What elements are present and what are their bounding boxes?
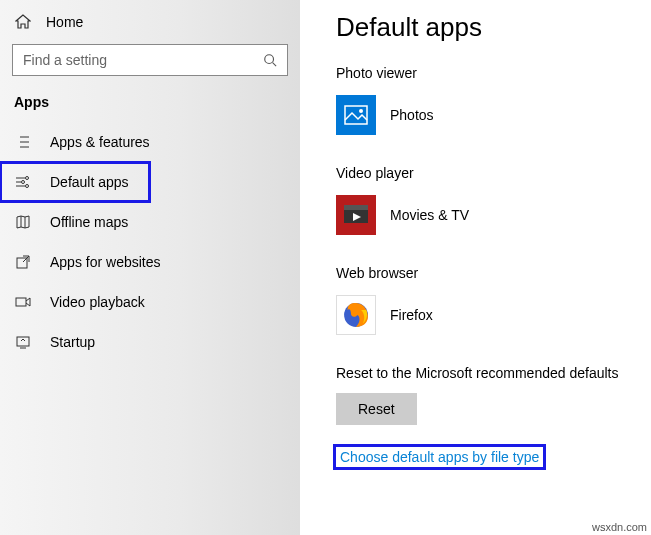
sidebar-item-offline-maps[interactable]: Offline maps [0, 202, 300, 242]
svg-rect-17 [16, 298, 26, 306]
group-video-player: Video player Movies & TV [336, 165, 641, 235]
main-panel: Default apps Photo viewer Photos Video p… [300, 0, 651, 535]
sidebar-item-apps-websites[interactable]: Apps for websites [0, 242, 300, 282]
page-title: Default apps [336, 12, 641, 43]
movies-tv-icon [336, 195, 376, 235]
svg-point-11 [22, 181, 25, 184]
app-tile-movies-tv[interactable]: Movies & TV [336, 195, 641, 235]
svg-point-0 [265, 55, 274, 64]
group-title: Photo viewer [336, 65, 641, 81]
list-icon [14, 134, 32, 150]
svg-point-13 [26, 185, 29, 188]
app-label: Movies & TV [390, 207, 469, 223]
home-icon [14, 14, 32, 30]
svg-rect-20 [336, 95, 376, 135]
nav-list: Apps & features Default apps Offline map… [0, 122, 300, 362]
choose-by-file-type-link[interactable]: Choose default apps by file type [336, 447, 543, 467]
sidebar-item-video-playback[interactable]: Video playback [0, 282, 300, 322]
group-photo-viewer: Photo viewer Photos [336, 65, 641, 135]
sidebar-item-label: Default apps [50, 174, 129, 190]
app-label: Photos [390, 107, 434, 123]
link-row: Choose default apps by file type [336, 447, 641, 467]
watermark: wsxdn.com [592, 521, 647, 533]
defaults-icon [14, 174, 32, 190]
sidebar-item-startup[interactable]: Startup [0, 322, 300, 362]
sidebar-item-label: Video playback [50, 294, 145, 310]
svg-line-1 [273, 63, 277, 67]
video-icon [14, 294, 32, 310]
startup-icon [14, 334, 32, 350]
app-tile-firefox[interactable]: Firefox [336, 295, 641, 335]
sidebar-item-default-apps[interactable]: Default apps [0, 162, 150, 202]
photos-icon [336, 95, 376, 135]
map-icon [14, 214, 32, 230]
home-label: Home [46, 14, 83, 30]
app-label: Firefox [390, 307, 433, 323]
section-title: Apps [0, 94, 300, 122]
search-input[interactable]: Find a setting [12, 44, 288, 76]
sidebar-item-apps-features[interactable]: Apps & features [0, 122, 300, 162]
svg-point-9 [26, 177, 29, 180]
sidebar-item-label: Apps & features [50, 134, 150, 150]
group-title: Video player [336, 165, 641, 181]
firefox-icon [336, 295, 376, 335]
svg-rect-25 [344, 205, 368, 210]
reset-section: Reset to the Microsoft recommended defau… [336, 365, 641, 425]
sidebar-item-label: Apps for websites [50, 254, 161, 270]
reset-button[interactable]: Reset [336, 393, 417, 425]
sidebar: Home Find a setting Apps Apps & features… [0, 0, 300, 535]
app-tile-photos[interactable]: Photos [336, 95, 641, 135]
search-placeholder: Find a setting [23, 52, 263, 68]
reset-text: Reset to the Microsoft recommended defau… [336, 365, 641, 381]
sidebar-item-label: Startup [50, 334, 95, 350]
sidebar-item-label: Offline maps [50, 214, 128, 230]
open-icon [14, 254, 32, 270]
group-title: Web browser [336, 265, 641, 281]
group-web-browser: Web browser Firefox [336, 265, 641, 335]
search-icon [263, 53, 277, 67]
home-button[interactable]: Home [0, 14, 300, 44]
svg-point-22 [359, 109, 363, 113]
